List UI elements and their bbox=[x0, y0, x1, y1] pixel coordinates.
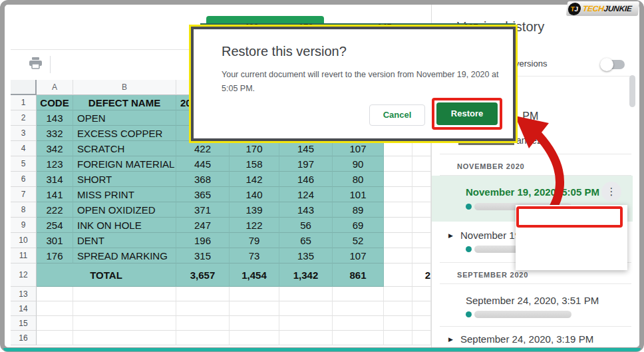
row-number[interactable]: 11 bbox=[11, 248, 37, 264]
sheet-cell[interactable] bbox=[230, 287, 279, 301]
sheet-cell[interactable]: MISS PRINT bbox=[73, 187, 176, 202]
sheet-cell[interactable] bbox=[384, 202, 412, 218]
row-number[interactable]: 1 bbox=[11, 95, 37, 110]
sheet-cell[interactable] bbox=[73, 287, 176, 301]
sheet-cell[interactable] bbox=[384, 331, 412, 345]
sheet-cell[interactable] bbox=[412, 287, 431, 301]
version-entry-sep-collapsed[interactable]: September 24, 2020, 3:19 PM bbox=[460, 333, 593, 345]
sheet-cell[interactable] bbox=[73, 316, 176, 331]
col-header-cell[interactable]: A bbox=[37, 80, 73, 95]
expand-arrow-icon[interactable]: ▶ bbox=[448, 232, 453, 239]
sheet-cell[interactable] bbox=[279, 316, 333, 331]
sheet-cell[interactable] bbox=[384, 248, 412, 264]
sheet-cell[interactable]: 197 bbox=[279, 156, 333, 172]
sheet-cell[interactable]: SCRATCH bbox=[73, 141, 176, 156]
sheet-cell[interactable] bbox=[384, 233, 412, 248]
sheet-cell[interactable]: 135 bbox=[279, 248, 333, 264]
sheet-cell[interactable]: 422 bbox=[176, 141, 230, 156]
sheet-cell[interactable] bbox=[412, 202, 431, 218]
sheet-cell[interactable]: 101 bbox=[333, 187, 384, 202]
sheet-cell[interactable]: 124 bbox=[279, 187, 333, 202]
sheet-cell[interactable]: 301 bbox=[37, 233, 73, 248]
sheet-cell[interactable] bbox=[333, 331, 384, 345]
sheet-cell[interactable]: 122 bbox=[230, 218, 279, 233]
row-number[interactable]: 7 bbox=[11, 187, 37, 202]
sheet-cell[interactable]: 143 bbox=[37, 110, 73, 126]
sheet-cell[interactable]: DEFECT NAME bbox=[73, 95, 176, 110]
col-header-cell[interactable]: B bbox=[73, 80, 176, 95]
sheet-cell[interactable] bbox=[176, 331, 230, 345]
sheet-cell[interactable] bbox=[230, 331, 279, 345]
sheet-cell[interactable] bbox=[384, 187, 412, 202]
cancel-button[interactable]: Cancel bbox=[369, 104, 425, 126]
sheet-cell[interactable] bbox=[384, 141, 412, 156]
sheet-cell[interactable]: 79 bbox=[230, 233, 279, 248]
sheet-cell[interactable]: 254 bbox=[37, 218, 73, 233]
sheet-cell[interactable] bbox=[412, 301, 431, 316]
sheet-cell[interactable]: 247 bbox=[176, 218, 230, 233]
sheet-cell[interactable] bbox=[230, 316, 279, 331]
sheet-cell[interactable] bbox=[384, 316, 412, 331]
version-entry-sep-main[interactable]: September 24, 2020, 3:51 PM bbox=[466, 295, 599, 306]
row-number[interactable]: 4 bbox=[11, 141, 37, 156]
sheet-cell[interactable]: 139 bbox=[230, 202, 279, 218]
sheet-cell[interactable]: 314 bbox=[37, 172, 73, 187]
named-versions-toggle[interactable] bbox=[602, 60, 625, 69]
sheet-cell-total-value[interactable]: 1,454 bbox=[230, 264, 279, 287]
row-number[interactable]: 10 bbox=[11, 233, 37, 248]
sheet-cell[interactable] bbox=[37, 331, 73, 345]
scrollbar-thumb[interactable] bbox=[629, 75, 635, 107]
row-number[interactable]: 14 bbox=[11, 301, 37, 316]
sheet-cell[interactable]: 145 bbox=[279, 141, 333, 156]
sheet-cell[interactable] bbox=[176, 316, 230, 331]
sheet-cell[interactable]: DENT bbox=[73, 233, 176, 248]
sheet-cell[interactable] bbox=[333, 287, 384, 301]
sheet-cell[interactable]: 143 bbox=[279, 202, 333, 218]
sheet-cell[interactable]: 368 bbox=[176, 172, 230, 187]
sheet-cell[interactable]: SHORT bbox=[73, 172, 176, 187]
sheet-cell[interactable]: EXCESS COPPER bbox=[73, 126, 176, 141]
sheet-cell[interactable]: 141 bbox=[37, 187, 73, 202]
sheet-cell[interactable] bbox=[279, 331, 333, 345]
sheet-cell[interactable] bbox=[37, 316, 73, 331]
sheet-cell[interactable]: 142 bbox=[230, 172, 279, 187]
sheet-cell[interactable]: 170 bbox=[230, 141, 279, 156]
sheet-cell[interactable] bbox=[412, 141, 431, 156]
sheet-cell[interactable] bbox=[412, 233, 431, 248]
sheet-cell[interactable]: 365 bbox=[176, 187, 230, 202]
sheet-cell[interactable] bbox=[412, 316, 431, 331]
sheet-cell[interactable] bbox=[412, 172, 431, 187]
sheet-cell[interactable] bbox=[384, 172, 412, 187]
sheet-cell[interactable] bbox=[176, 287, 230, 301]
row-number[interactable]: 2 bbox=[11, 110, 37, 126]
row-number[interactable]: 9 bbox=[11, 218, 37, 233]
sheet-cell[interactable] bbox=[176, 301, 230, 316]
sheet-cell[interactable]: 90 bbox=[333, 156, 384, 172]
row-number[interactable]: 3 bbox=[11, 126, 37, 141]
row-number[interactable]: 6 bbox=[11, 172, 37, 187]
sheet-cell[interactable] bbox=[384, 264, 412, 287]
sheet-cell-total-value[interactable]: 1,342 bbox=[279, 264, 333, 287]
sheet-cell[interactable] bbox=[279, 287, 333, 301]
expand-arrow-icon[interactable]: ▶ bbox=[448, 336, 453, 343]
sheet-cell[interactable]: FOREIGN MATERIAL bbox=[73, 156, 176, 172]
sheet-cell[interactable]: SPREAD MARKING bbox=[73, 248, 176, 264]
sheet-cell[interactable] bbox=[412, 218, 431, 233]
sheet-cell[interactable]: 52 bbox=[333, 233, 384, 248]
version-entry-nov-collapsed[interactable]: November 19 bbox=[460, 230, 520, 241]
sheet-cell[interactable] bbox=[73, 331, 176, 345]
sheet-cell[interactable]: 80 bbox=[333, 172, 384, 187]
sheet-cell[interactable]: 107 bbox=[333, 141, 384, 156]
row-number[interactable]: 16 bbox=[11, 331, 37, 345]
sheet-cell[interactable]: 315 bbox=[176, 248, 230, 264]
sheet-cell[interactable]: 332 bbox=[37, 126, 73, 141]
sheet-cell[interactable] bbox=[230, 301, 279, 316]
row-number[interactable]: 15 bbox=[11, 316, 37, 331]
sheet-cell[interactable]: 56 bbox=[279, 218, 333, 233]
sheet-cell[interactable] bbox=[412, 331, 431, 345]
sheet-cell-partial-value[interactable]: 2 bbox=[412, 264, 431, 287]
sheet-cell[interactable]: 158 bbox=[230, 156, 279, 172]
row-number[interactable]: 8 bbox=[11, 202, 37, 218]
sheet-cell[interactable]: 146 bbox=[279, 172, 333, 187]
sheet-cell-total-value[interactable]: 3,657 bbox=[176, 264, 230, 287]
